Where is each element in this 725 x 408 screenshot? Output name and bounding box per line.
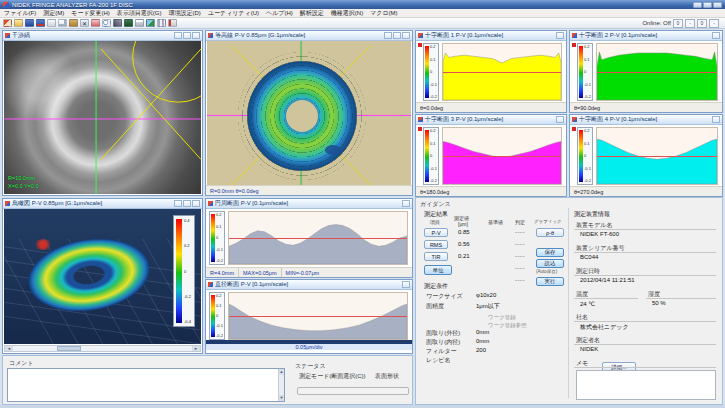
judge-dash-1: ---- <box>515 229 525 235</box>
chamfer-id-label: 面取り(内径) <box>426 338 460 347</box>
filter-label: フィルター <box>426 347 457 356</box>
scroll-down-arrow[interactable]: ▼ <box>279 395 284 401</box>
zero-line <box>597 72 717 73</box>
exit-icon[interactable] <box>168 19 177 27</box>
panel-maximize-button[interactable] <box>402 281 410 288</box>
worksize-label: ワークサイズ <box>426 292 463 301</box>
bird-3d-plot: 0.4 0.2 0 -0.2 -0.4 <box>4 209 201 344</box>
cut-icon[interactable]: ✕ <box>80 19 89 27</box>
guidance-title: ガイダンス <box>420 200 451 209</box>
company-value: 株式会社ニデック <box>580 323 629 332</box>
pointer-icon[interactable] <box>113 19 122 27</box>
paste-icon[interactable] <box>69 19 78 27</box>
scroll-thumb[interactable] <box>57 346 81 351</box>
bird-horizontal-scrollbar[interactable]: ◄ ► <box>4 345 201 352</box>
contour-panel-title: 等高線 P-V 0.85μm [G:1μm/scale] <box>215 31 305 40</box>
minimize-button[interactable] <box>693 2 702 8</box>
rms-button[interactable]: RMS <box>424 240 448 249</box>
recipe-label: レシピ名 <box>426 356 450 365</box>
pv-button[interactable]: P-V <box>424 228 448 237</box>
maximize-button[interactable] <box>703 2 712 8</box>
zoom-icon[interactable] <box>102 19 111 27</box>
circ-radius-readout: R=4.0mm <box>206 268 239 277</box>
cross-3-titlebar: 十字断面 3 P-V [0.1μm/scale] <box>416 115 566 125</box>
panel-minimize-button[interactable] <box>174 200 182 207</box>
zero-line <box>229 316 407 317</box>
cross-2-title: 十字断面 2 P-V [0.1μm/scale] <box>579 31 657 40</box>
panel-maximize-button[interactable] <box>712 116 720 123</box>
new-icon[interactable] <box>3 19 12 27</box>
menu-utility[interactable]: ユーティリティ(U) <box>208 9 259 18</box>
scroll-left-arrow[interactable]: ◄ <box>5 346 13 351</box>
panel-minimize-button[interactable] <box>174 32 182 39</box>
menu-help[interactable]: ヘルプ(H) <box>266 9 293 18</box>
scroll-right-arrow[interactable]: ► <box>192 346 200 351</box>
panel-maximize-button[interactable] <box>712 32 720 39</box>
guidance-panel: ガイダンス 測定結果 項目 測定値 [μm] 基準値 判定 グラフィック P-V… <box>415 197 723 405</box>
panel-maximize-button[interactable] <box>556 32 564 39</box>
image-icon[interactable] <box>146 19 155 27</box>
chamfer-id-value: 0mm <box>476 338 489 344</box>
panel-maximize-button[interactable] <box>402 200 410 207</box>
tir-button[interactable]: TIR <box>424 252 448 261</box>
close-button[interactable] <box>713 2 722 8</box>
menu-display-items[interactable]: 表示項目選択(G) <box>117 9 162 18</box>
record-indicator-icon <box>418 43 422 47</box>
copy-icon[interactable] <box>58 19 67 27</box>
auto-save-caption: (Auto保存) <box>536 269 557 274</box>
menu-model-select[interactable]: 機種選択(N) <box>331 9 363 18</box>
circumferential-section-panel: 円周断面 P-V [0.1μm/scale] 0.20.10-0.1-0.2 R… <box>205 198 413 278</box>
menu-file[interactable]: ファイル(F) <box>4 9 36 18</box>
cross-4-titlebar: 十字断面 4 P-V [0.1μm/scale] <box>570 115 722 125</box>
menu-environment[interactable]: 環境設定(D) <box>169 9 201 18</box>
record-indicator-icon <box>572 127 576 131</box>
unit-toggle-button[interactable]: 単位 <box>424 265 452 275</box>
cross-4-title: 十字断面 4 P-V [0.1μm/scale] <box>579 115 657 124</box>
device-header: 測定装置情報 <box>574 210 610 219</box>
import-icon[interactable] <box>47 19 56 27</box>
panel-minimize-button[interactable] <box>384 32 392 39</box>
cross-3-angle: θ=180.0deg <box>420 189 449 195</box>
save-icon[interactable] <box>25 19 34 27</box>
cross-2-plot <box>596 43 718 101</box>
memo-box[interactable] <box>576 370 716 400</box>
panel-icon <box>5 33 10 38</box>
serial-value: BC044 <box>580 254 598 260</box>
colorbar-gradient <box>579 46 583 98</box>
panel-close-button[interactable] <box>402 32 410 39</box>
menu-analysis-settings[interactable]: 解析設定 <box>300 9 324 18</box>
colorbar-gradient <box>211 214 215 262</box>
menu-mode-change[interactable]: モード変更(H) <box>71 9 110 18</box>
rho-theta-button[interactable]: ρ-θ <box>536 228 564 237</box>
panel-maximize-button[interactable] <box>393 32 401 39</box>
circ-footer: R=4.0mm MAX=0.05μm MIN=-0.07μm <box>206 267 412 277</box>
comment-scrollbar[interactable]: ▲ ▼ <box>278 369 284 401</box>
contour-panel-titlebar: 等高線 P-V 0.85μm [G:1μm/scale] <box>206 31 412 41</box>
contour-donut <box>238 52 366 180</box>
panel-close-button[interactable] <box>192 200 200 207</box>
cross-section-4-panel: 十字断面 4 P-V [0.1μm/scale] 0.20.10-0.1-0.2… <box>569 114 723 197</box>
panel-icon <box>208 33 213 38</box>
open-icon[interactable] <box>14 19 23 27</box>
execute-button[interactable]: 実行 <box>536 277 564 286</box>
save-as-icon[interactable] <box>36 19 45 27</box>
print-icon[interactable] <box>135 19 144 27</box>
menu-macro[interactable]: マクロ(M) <box>370 9 397 18</box>
contour-min-region <box>325 145 341 155</box>
comment-textarea[interactable]: ▲ ▼ <box>7 368 285 402</box>
panel-close-button[interactable] <box>192 32 200 39</box>
delete-icon[interactable] <box>91 19 100 27</box>
grid-icon[interactable] <box>157 19 166 27</box>
monitor-icon[interactable] <box>124 19 133 27</box>
save-button[interactable]: 保存 <box>536 248 564 257</box>
panel-maximize-button[interactable] <box>556 116 564 123</box>
menu-measure[interactable]: 測定(M) <box>43 9 64 18</box>
scroll-up-arrow[interactable]: ▲ <box>279 369 284 375</box>
panel-maximize-button[interactable] <box>183 200 191 207</box>
chamfer-od-value: 0mm <box>476 329 489 335</box>
colorbar-gradient <box>425 46 429 98</box>
load-button[interactable]: 読込 <box>536 259 564 268</box>
section-divider <box>568 208 569 398</box>
status-title: ステータス <box>295 362 326 371</box>
panel-maximize-button[interactable] <box>183 32 191 39</box>
